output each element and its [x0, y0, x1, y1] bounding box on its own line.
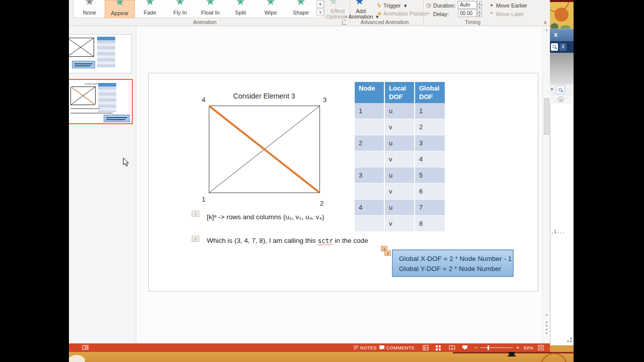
- table-cell: 8: [415, 216, 446, 232]
- table-cell: 3: [355, 167, 385, 184]
- zoom-slider-thumb[interactable]: [488, 345, 489, 350]
- delay-stepper[interactable]: ▲▼: [477, 10, 482, 17]
- node-label-1: 1: [202, 196, 205, 203]
- chevron-down-icon[interactable]: ▾: [551, 87, 553, 92]
- table-cell: [355, 151, 385, 167]
- table-row: v6: [355, 184, 446, 200]
- slide-text-line1[interactable]: [k]ᵉ -> rows and columns (u₂, v₂, u₄, v₄…: [207, 213, 324, 221]
- global-dof-callout-box[interactable]: Global X-DOF = 2 * Node Number - 1 Globa…: [392, 249, 514, 277]
- table-cell: 2: [415, 119, 446, 135]
- animation-group-label: Animation: [170, 19, 240, 25]
- duration-stepper[interactable]: ▲▼: [477, 1, 482, 9]
- duration-input[interactable]: Auto: [458, 1, 477, 9]
- table-row: 2u3: [355, 135, 446, 151]
- slide-text-line2[interactable]: Which is (3, 4, 7, 8), I am calling this…: [207, 237, 368, 244]
- node-label-4: 4: [202, 96, 205, 104]
- table-cell: 7: [415, 200, 446, 216]
- zoom-slider-track[interactable]: [480, 347, 513, 348]
- fit-to-window-icon[interactable]: [538, 345, 544, 350]
- slide-text-title[interactable]: Consider Element 3: [211, 92, 317, 100]
- element-diagonals[interactable]: [209, 106, 320, 193]
- status-bar: SLIDE 2 OF 2 NOTES COMMENTS − +: [69, 343, 550, 352]
- animation-effect-fly-in[interactable]: ★Fly In: [165, 0, 195, 18]
- animation-effect-fade[interactable]: ★Fade: [135, 0, 165, 18]
- zoom-out-button[interactable]: −: [474, 344, 478, 350]
- search-icon[interactable]: [551, 43, 558, 51]
- slide-sorter-icon[interactable]: [435, 345, 441, 350]
- table-cell: 4: [415, 151, 446, 167]
- expand-circle-icon[interactable]: ▾: [558, 97, 564, 102]
- effect-label: Fade: [135, 10, 165, 16]
- table-cell: 1: [355, 103, 385, 119]
- effect-star-icon: ★: [74, 0, 105, 7]
- background-window-titlebar: x: [550, 29, 574, 41]
- table-row: v2: [355, 119, 446, 135]
- delay-input[interactable]: 00.00: [458, 10, 477, 17]
- dof-mapping-table[interactable]: NodeLocal DOFGlobal DOF1u1v22u3v43u5v64u…: [355, 82, 446, 232]
- effect-star-icon: ★: [286, 0, 316, 7]
- table-cell: u: [385, 200, 415, 216]
- comments-button[interactable]: COMMENTS: [386, 345, 415, 350]
- search-button[interactable]: [556, 85, 565, 94]
- notes-button[interactable]: NOTES: [360, 345, 377, 350]
- pin-icon[interactable]: ⊼: [559, 43, 567, 51]
- scrollbar-thumb[interactable]: [544, 98, 549, 135]
- table-cell: 2: [355, 135, 385, 151]
- zoom-level[interactable]: 82%: [524, 345, 533, 350]
- animation-dialog-launcher[interactable]: [342, 20, 347, 25]
- animation-order-badge[interactable]: 2: [192, 236, 199, 242]
- effect-label: Float In: [195, 10, 225, 16]
- notes-icon: [353, 345, 359, 350]
- down-arrow-icon: ▼: [490, 11, 494, 16]
- vertical-scrollbar[interactable]: ▲ ▼ ▲▲ ▼▼: [542, 26, 550, 343]
- animation-effect-appear[interactable]: ★Appear: [105, 0, 135, 18]
- collapse-ribbon-icon[interactable]: ∧: [543, 20, 547, 25]
- close-icon[interactable]: x: [554, 31, 557, 38]
- table-cell: [355, 184, 385, 200]
- dropdown-caret-icon: ▾: [404, 3, 407, 9]
- background-window-searchbar: ▾: [550, 84, 574, 96]
- table-cell: 5: [415, 167, 446, 184]
- scroll-down-icon[interactable]: ▼: [544, 314, 549, 317]
- effect-star-icon: ★: [135, 0, 165, 7]
- table-row: 4u7: [355, 200, 446, 216]
- effect-label: Fly In: [165, 10, 195, 16]
- code-token: sctr: [318, 237, 333, 244]
- resize-grip[interactable]: [566, 337, 573, 344]
- table-cell: u: [385, 135, 415, 151]
- previous-slide-icon[interactable]: ▲▲: [544, 320, 549, 327]
- animation-effect-split[interactable]: ★Split: [225, 0, 256, 18]
- effect-star-icon: ★: [165, 0, 195, 7]
- effect-star-icon: ★: [225, 0, 256, 7]
- animation-effect-wipe[interactable]: ★Wipe: [256, 0, 286, 18]
- table-row: 3u5: [355, 167, 446, 184]
- slide-thumbnail-1[interactable]: [64, 34, 132, 73]
- table-cell: [355, 119, 385, 135]
- table-cell: v: [385, 119, 415, 135]
- table-cell: 3: [415, 135, 446, 151]
- slide-thumbnail-2-selected[interactable]: [67, 79, 133, 124]
- next-slide-icon[interactable]: ▼▼: [544, 328, 549, 335]
- animation-effect-float-in[interactable]: ★Float In: [195, 0, 225, 18]
- animation-order-badge[interactable]: 3: [384, 250, 391, 256]
- spell-check-icon[interactable]: [82, 345, 89, 350]
- slide-show-icon[interactable]: [462, 345, 468, 350]
- reading-view-icon[interactable]: [449, 345, 455, 350]
- table-header: Local DOF: [385, 82, 415, 103]
- advanced-animation-group-label: Advanced Animation: [351, 19, 419, 25]
- animation-order-badge[interactable]: 1: [192, 211, 199, 217]
- effect-label: Wipe: [256, 10, 286, 16]
- effect-label: Shape: [286, 10, 316, 16]
- effect-star-icon: ★: [195, 0, 225, 7]
- desktop-wallpaper-bottom: [69, 352, 574, 362]
- table-cell: u: [385, 167, 415, 184]
- scroll-up-icon[interactable]: ▲: [544, 28, 549, 32]
- gallery-more-button[interactable]: ⊽: [316, 9, 324, 16]
- effect-star-icon: ★: [105, 0, 134, 8]
- background-window-content: ,1...: [550, 104, 573, 345]
- animation-effect-none[interactable]: ★None: [74, 0, 105, 18]
- normal-view-icon[interactable]: [423, 345, 429, 350]
- animation-effect-shape[interactable]: ★Shape: [286, 0, 316, 18]
- zoom-in-button[interactable]: +: [516, 344, 520, 350]
- gallery-scroll-up-button[interactable]: ▼: [316, 1, 324, 8]
